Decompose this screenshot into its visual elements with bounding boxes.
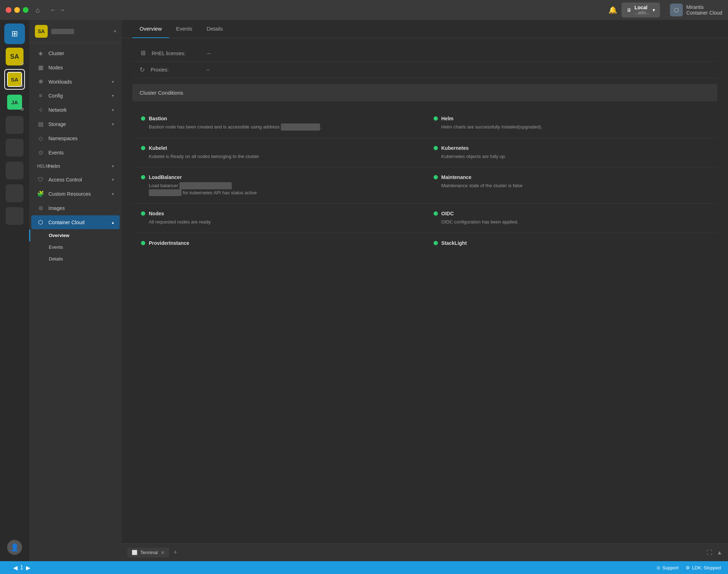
stacklight-name: StackLight: [441, 240, 467, 246]
ldk-status[interactable]: ⚙ LDK: Stopped: [686, 565, 721, 570]
sidebar-item-namespaces[interactable]: ◇ Namespaces: [31, 131, 120, 145]
add-terminal-button[interactable]: +: [173, 549, 177, 556]
proxies-icon: ↻: [140, 66, 145, 74]
container-cloud-icon: ⬡: [37, 219, 44, 226]
config-caret-icon: ▾: [112, 93, 114, 98]
page-nav-next[interactable]: ▶: [26, 564, 30, 571]
nodes-icon: ▦: [37, 64, 44, 71]
condition-stacklight: StackLight: [425, 233, 718, 255]
sidebar-label-namespaces: Namespaces: [48, 136, 78, 141]
proxies-row: ↻ Proxies: --: [132, 62, 717, 78]
sa-workspace-small[interactable]: SA ⚙: [4, 69, 25, 90]
sidebar-sub-overview[interactable]: Overview: [29, 230, 122, 241]
location-caret: ▾: [653, 7, 655, 13]
nav-buttons: ← →: [50, 6, 66, 14]
nodes-desc: All requested nodes are ready.: [141, 218, 417, 226]
sidebar-sub-events[interactable]: Events: [29, 241, 122, 253]
back-button[interactable]: ←: [50, 6, 56, 14]
condition-nodes: Nodes All requested nodes are ready.: [132, 204, 425, 233]
sidebar-item-images[interactable]: ⊚ Images: [31, 201, 120, 215]
sidebar-item-workloads[interactable]: ❋ Workloads ▾: [31, 75, 120, 89]
storage-icon: ▤: [37, 121, 44, 127]
support-icon: ⊙: [656, 565, 660, 570]
sidebar-item-nodes[interactable]: ▦ Nodes: [31, 60, 120, 74]
maintenance-name: Maintenance: [441, 174, 472, 180]
sidebar-item-access-control[interactable]: 🛡 Access Control ▾: [31, 173, 120, 186]
loadbalancer-status-dot: [141, 175, 145, 179]
cluster-icon: ◈: [37, 50, 44, 57]
sidebar-sub-details[interactable]: Details: [29, 253, 122, 265]
minimize-button[interactable]: [14, 7, 20, 13]
page-nav-number: 1: [20, 564, 23, 571]
terminal-tab[interactable]: ⬜ Terminal ✕: [127, 548, 169, 558]
rhel-icon: 🖥: [140, 49, 146, 57]
support-status[interactable]: ⊙ Support: [656, 565, 679, 570]
brand-icon: ⬡: [670, 4, 683, 16]
tab-details[interactable]: Details: [199, 20, 230, 38]
bastion-desc: Bastion node has been created and is acc…: [141, 123, 417, 131]
sidebar-item-cluster[interactable]: ◈ Cluster: [31, 46, 120, 60]
location-selector[interactable]: 🖥 Local ...attlo... ▾: [622, 2, 660, 17]
content-area: Overview Events Details 🖥 RHEL licenses:…: [122, 20, 728, 561]
condition-bastion: Bastion Bastion node has been created an…: [132, 109, 425, 138]
grid-button[interactable]: ⊞: [4, 23, 25, 44]
notification-bell[interactable]: 🔔: [608, 6, 617, 14]
proxies-value: --: [206, 67, 209, 73]
sa-workspace[interactable]: SA ⚙: [4, 46, 25, 67]
helm-icon: HELM: [37, 164, 44, 169]
terminal-icon: ⬜: [132, 550, 137, 555]
expand-icon[interactable]: ⛶: [707, 549, 712, 556]
sidebar-item-container-cloud[interactable]: ⬡ Container Cloud ▴: [31, 215, 120, 229]
sidebar-label-container-cloud: Container Cloud: [48, 220, 84, 225]
page-nav-prev[interactable]: ◀: [13, 564, 17, 571]
bottom-bar: ⬜ Terminal ✕ + ⛶ ▲: [122, 543, 728, 561]
sidebar-label-images: Images: [48, 205, 65, 211]
empty-slot-5: [4, 206, 25, 226]
helm-caret-icon: ▾: [112, 164, 114, 169]
workloads-icon: ❋: [37, 78, 44, 85]
workloads-caret-icon: ▾: [112, 79, 114, 84]
condition-providerinstance: ProviderInstance: [132, 233, 425, 255]
access-control-icon: 🛡: [37, 177, 44, 183]
sidebar-item-storage[interactable]: ▤ Storage ▾: [31, 117, 120, 131]
rhel-licenses-row: 🖥 RHEL licenses: --: [132, 45, 717, 62]
sidebar-header[interactable]: SA •••••••••••••• ▾: [29, 20, 122, 43]
home-icon[interactable]: ⌂: [36, 6, 40, 14]
close-button[interactable]: [6, 7, 11, 13]
bastion-status-dot: [141, 116, 145, 121]
brand-line1: Mirantis: [686, 4, 722, 10]
sidebar-label-config: Config: [48, 93, 63, 99]
oidc-name: OIDC: [441, 211, 454, 216]
oidc-status-dot: [434, 211, 438, 216]
sidebar-workspace-title: ••••••••••••••: [51, 29, 110, 34]
nodes-name: Nodes: [149, 211, 164, 216]
sidebar-item-config[interactable]: ≡ Config ▾: [31, 89, 120, 102]
sidebar-item-network[interactable]: ⊹ Network ▾: [31, 103, 120, 117]
tab-events[interactable]: Events: [169, 20, 200, 38]
maximize-button[interactable]: [23, 7, 28, 13]
terminal-close-button[interactable]: ✕: [161, 550, 165, 555]
condition-helm: Helm Helm charts are successfully instal…: [425, 109, 718, 138]
user-avatar[interactable]: 👤: [7, 540, 22, 555]
sidebar-item-custom-resources[interactable]: 🧩 Custom Resources ▾: [31, 187, 120, 201]
sidebar-item-events[interactable]: ⊙ Events: [31, 146, 120, 159]
sidebar-item-helm[interactable]: HELM Helm ▾: [31, 160, 120, 173]
sidebar-label-custom-resources: Custom Resources: [48, 191, 91, 197]
bastion-name: Bastion: [149, 116, 167, 121]
sidebar-label-storage: Storage: [48, 121, 66, 127]
ja-workspace[interactable]: JA ⚙: [4, 92, 25, 112]
tab-overview[interactable]: Overview: [132, 20, 169, 38]
custom-resources-icon: 🧩: [37, 190, 44, 197]
empty-slot-3: [4, 160, 25, 181]
forward-button[interactable]: →: [59, 6, 66, 14]
helm-status-dot: [434, 116, 438, 121]
workspace-name-blurred: ••••••••••••••: [51, 29, 74, 34]
content-body: 🖥 RHEL licenses: -- ↻ Proxies: -- Cluste…: [122, 38, 728, 543]
sub-events-label: Events: [49, 244, 63, 250]
sidebar-label-events: Events: [48, 150, 64, 156]
sidebar-label-access-control: Access Control: [48, 177, 82, 183]
conditions-grid: Bastion Bastion node has been created an…: [132, 109, 717, 255]
collapse-icon[interactable]: ▲: [717, 549, 722, 556]
empty-slot-1: [4, 115, 25, 135]
brand-area: ⬡ Mirantis Container Cloud: [670, 4, 722, 16]
